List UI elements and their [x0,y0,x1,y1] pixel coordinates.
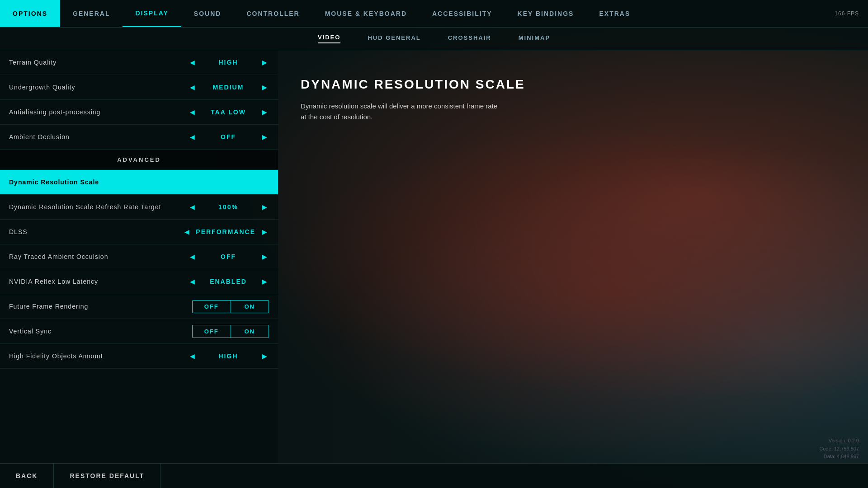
nvidia-reflex-value: ENABLED [201,278,255,285]
nav-extras[interactable]: EXTRAS [586,0,643,27]
nav-accessibility[interactable]: ACCESSIBILITY [420,0,505,27]
terrain-quality-control: ◀ HIGH ▶ [188,58,269,67]
dlss-label: DLSS [9,228,182,235]
nvidia-reflex-next[interactable]: ▶ [260,277,269,286]
antialiasing-prev[interactable]: ◀ [188,108,197,117]
refresh-rate-target-value: 100% [201,203,255,211]
setting-terrain-quality: Terrain Quality ◀ HIGH ▶ [0,50,278,75]
high-fidelity-objects-value: HIGH [201,352,255,360]
dlss-control: ◀ PERFORMANCE ▶ [182,227,269,236]
nav-display[interactable]: DISPLAY [123,0,181,27]
future-frame-on[interactable]: ON [231,300,269,313]
sub-tab-bar: VIDEO HUD GENERAL CROSSHAIR MINIMAP [0,28,868,50]
nav-sound[interactable]: SOUND [181,0,234,27]
ray-traced-ao-value: OFF [201,253,255,260]
vertical-sync-toggle[interactable]: OFF ON [192,325,269,338]
setting-ambient-occlusion: Ambient Occlusion ◀ OFF ▶ [0,125,278,150]
info-description: Dynamic resolution scale will deliver a … [301,101,504,122]
setting-dynamic-resolution-scale[interactable]: Dynamic Resolution Scale OFF ON [0,170,278,195]
dynamic-resolution-on[interactable]: ON [231,176,269,188]
refresh-rate-target-next[interactable]: ▶ [260,202,269,211]
ambient-occlusion-prev[interactable]: ◀ [188,132,197,141]
undergrowth-quality-value: MEDIUM [201,84,255,91]
version-line2: Code: 12,759,507 [820,445,859,453]
antialiasing-value: TAA LOW [201,108,255,116]
terrain-quality-value: HIGH [201,59,255,66]
terrain-quality-next[interactable]: ▶ [260,58,269,67]
main-content: Terrain Quality ◀ HIGH ▶ Undergrowth Qua… [0,50,868,463]
undergrowth-quality-next[interactable]: ▶ [260,83,269,92]
ray-traced-ao-prev[interactable]: ◀ [188,252,197,261]
back-button[interactable]: BACK [0,464,54,488]
refresh-rate-target-prev[interactable]: ◀ [188,202,197,211]
ambient-occlusion-next[interactable]: ▶ [260,132,269,141]
high-fidelity-objects-label: High Fidelity Objects Amount [9,352,188,360]
undergrowth-quality-prev[interactable]: ◀ [188,83,197,92]
restore-default-button[interactable]: RESTORE DEFAULT [54,464,160,488]
nvidia-reflex-control: ◀ ENABLED ▶ [188,277,269,286]
vertical-sync-label: Vertical Sync [9,328,192,335]
undergrowth-quality-control: ◀ MEDIUM ▶ [188,83,269,92]
setting-undergrowth-quality: Undergrowth Quality ◀ MEDIUM ▶ [0,75,278,100]
version-line1: Version: 0.2.0 [820,437,859,445]
setting-antialiasing: Antialiasing post-processing ◀ TAA LOW ▶ [0,100,278,125]
nav-key-bindings[interactable]: KEY BINDINGS [505,0,587,27]
ambient-occlusion-label: Ambient Occlusion [9,133,188,141]
dynamic-resolution-scale-label: Dynamic Resolution Scale [9,178,192,186]
ambient-occlusion-control: ◀ OFF ▶ [188,132,269,141]
undergrowth-quality-label: Undergrowth Quality [9,84,188,91]
dlss-value: PERFORMANCE [196,228,255,235]
dlss-next[interactable]: ▶ [260,227,269,236]
dlss-prev[interactable]: ◀ [182,227,191,236]
setting-dlss: DLSS ◀ PERFORMANCE ▶ [0,220,278,244]
nav-general[interactable]: GENERAL [60,0,123,27]
terrain-quality-prev[interactable]: ◀ [188,58,197,67]
fps-counter: 166 FPS [826,0,868,27]
advanced-section-header: ADVANCED [0,150,278,170]
nav-controller[interactable]: CONTROLLER [234,0,312,27]
terrain-quality-label: Terrain Quality [9,59,188,66]
antialiasing-control: ◀ TAA LOW ▶ [188,108,269,117]
tab-video[interactable]: VIDEO [318,34,340,43]
dynamic-resolution-toggle[interactable]: OFF ON [192,176,269,189]
high-fidelity-objects-prev[interactable]: ◀ [188,352,197,361]
settings-panel: Terrain Quality ◀ HIGH ▶ Undergrowth Qua… [0,50,278,463]
nav-mouse-keyboard[interactable]: MOUSE & KEYBOARD [312,0,420,27]
info-panel: DYNAMIC RESOLUTION SCALE Dynamic resolut… [278,50,868,463]
ambient-occlusion-value: OFF [201,133,255,141]
top-navigation: OPTIONS GENERAL DISPLAY SOUND CONTROLLER… [0,0,868,28]
setting-future-frame-rendering: Future Frame Rendering OFF ON [0,294,278,319]
future-frame-rendering-label: Future Frame Rendering [9,303,192,310]
info-title: DYNAMIC RESOLUTION SCALE [301,77,845,92]
high-fidelity-objects-control: ◀ HIGH ▶ [188,352,269,361]
setting-high-fidelity-objects: High Fidelity Objects Amount ◀ HIGH ▶ [0,344,278,369]
refresh-rate-target-control: ◀ 100% ▶ [188,202,269,211]
ray-traced-ao-next[interactable]: ▶ [260,252,269,261]
setting-ray-traced-ao: Ray Traced Ambient Occulsion ◀ OFF ▶ [0,244,278,269]
tab-crosshair[interactable]: CROSSHAIR [448,34,491,43]
setting-refresh-rate-target: Dynamic Resolution Scale Refresh Rate Ta… [0,195,278,220]
nvidia-reflex-prev[interactable]: ◀ [188,277,197,286]
setting-vertical-sync: Vertical Sync OFF ON [0,319,278,344]
ray-traced-ao-label: Ray Traced Ambient Occulsion [9,253,188,260]
vertical-sync-off[interactable]: OFF [193,325,231,338]
tab-hud-general[interactable]: HUD GENERAL [368,34,420,43]
future-frame-toggle[interactable]: OFF ON [192,300,269,313]
dynamic-resolution-off[interactable]: OFF [193,176,231,188]
refresh-rate-target-label: Dynamic Resolution Scale Refresh Rate Ta… [9,203,188,211]
bottom-bar: BACK RESTORE DEFAULT [0,463,868,488]
nav-options[interactable]: OPTIONS [0,0,60,27]
setting-nvidia-reflex: NVIDIA Reflex Low Latency ◀ ENABLED ▶ [0,269,278,294]
ray-traced-ao-control: ◀ OFF ▶ [188,252,269,261]
nvidia-reflex-label: NVIDIA Reflex Low Latency [9,278,188,285]
vertical-sync-on[interactable]: ON [231,325,269,338]
future-frame-off[interactable]: OFF [193,300,231,313]
version-line3: Data: 4,848,967 [820,453,859,461]
tab-minimap[interactable]: MINIMAP [519,34,550,43]
antialiasing-next[interactable]: ▶ [260,108,269,117]
high-fidelity-objects-next[interactable]: ▶ [260,352,269,361]
version-info: Version: 0.2.0 Code: 12,759,507 Data: 4,… [820,437,859,461]
antialiasing-label: Antialiasing post-processing [9,108,188,116]
